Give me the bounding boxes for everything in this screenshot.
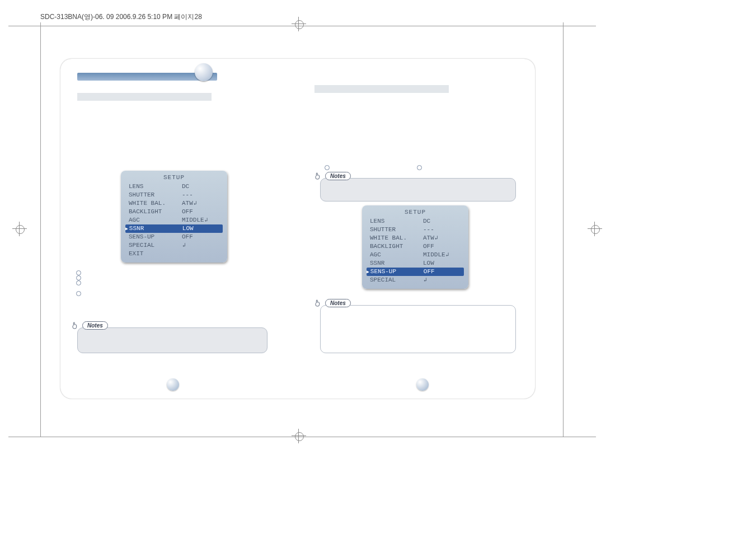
- menu-key: SHUTTER: [370, 226, 423, 234]
- menu-key: EXIT: [129, 250, 182, 258]
- hand-icon: [70, 320, 80, 330]
- bullet-item: [76, 270, 84, 275]
- section-subtitle-band: [77, 93, 212, 101]
- notes-box-left: Notes: [77, 327, 267, 353]
- menu-row[interactable]: LENSDC: [365, 217, 465, 226]
- menu-row[interactable]: SSNRLOW: [365, 259, 465, 268]
- doc-header: SDC-313BNA(영)-06. 09 2006.9.26 5:10 PM 페…: [40, 12, 202, 22]
- menu-value: LOW: [182, 224, 219, 233]
- menu-row[interactable]: SHUTTER---: [365, 226, 465, 234]
- notes-tag: Notes: [70, 320, 108, 330]
- crop-line-left: [40, 22, 41, 437]
- page: SDC-313BNA(영)-06. 09 2006.9.26 5:10 PM 페…: [0, 0, 756, 534]
- register-mark-top: [292, 17, 306, 31]
- menu-value: DC: [423, 217, 461, 226]
- crop-line-right: [563, 22, 564, 437]
- menu-row[interactable]: WHITE BAL.ATW: [365, 234, 465, 242]
- notes-box-right-bottom: Notes: [320, 305, 516, 353]
- menu-value: LOW: [423, 259, 461, 268]
- menu-value: MIDDLE: [182, 216, 219, 224]
- register-mark-right: [588, 222, 602, 236]
- menu-value: [423, 276, 461, 284]
- menu-row[interactable]: AGCMIDDLE: [365, 251, 465, 259]
- menu-row[interactable]: SHUTTER---: [124, 191, 224, 199]
- menu-key: BACKLIGHT: [129, 208, 182, 216]
- menu-value: DC: [182, 182, 219, 191]
- menu-key: AGC: [370, 251, 423, 259]
- menu-row[interactable]: SPECIAL: [124, 241, 224, 250]
- menu-value: OFF: [182, 208, 219, 216]
- menu-value: ---: [423, 226, 461, 234]
- hand-icon: [313, 171, 323, 181]
- menu-value: ---: [182, 191, 219, 199]
- menu-value: OFF: [423, 242, 461, 251]
- notes-tag: Notes: [313, 171, 351, 181]
- menu-value: ATW: [182, 199, 219, 208]
- menu-row[interactable]: SSNRLOW: [125, 224, 223, 233]
- menu-row[interactable]: SPECIAL: [365, 276, 465, 284]
- page-number-left: [167, 378, 179, 391]
- bullet-item: [325, 165, 333, 170]
- menu-key: BACKLIGHT: [370, 242, 423, 251]
- menu-value: MIDDLE: [423, 251, 461, 259]
- bullet-item: [76, 275, 84, 280]
- register-mark-left: [12, 222, 27, 236]
- menu-row[interactable]: BACKLIGHTOFF: [124, 208, 224, 216]
- register-mark-bottom: [292, 429, 306, 443]
- menu-key: AGC: [129, 216, 182, 224]
- setup-screen-ssnr: SETUP LENSDCSHUTTER---WHITE BAL.ATWBACKL…: [121, 171, 227, 263]
- menu-value: ATW: [423, 234, 461, 242]
- right-page: Notes SETUP LENSDCSHUTTER---WHITE BAL.AT…: [298, 59, 535, 399]
- bullet-item: [417, 165, 425, 170]
- menu-key: SSNR: [370, 259, 423, 268]
- section-subtitle-band-right: [314, 85, 449, 93]
- setup-title: SETUP: [124, 174, 224, 181]
- menu-key: SENS-UP: [370, 268, 424, 276]
- menu-row[interactable]: EXIT: [124, 250, 224, 258]
- option-bullets-top-right: [325, 165, 425, 170]
- menu-value: [182, 250, 219, 258]
- page-number-right: [416, 378, 429, 391]
- bullet-item: [76, 280, 84, 285]
- menu-row[interactable]: AGCMIDDLE: [124, 216, 224, 224]
- chapter-badge: [195, 63, 213, 81]
- bullet-item: [76, 291, 84, 296]
- menu-key: SENS-UP: [129, 233, 182, 241]
- menu-key: SPECIAL: [129, 241, 182, 250]
- menu-value: OFF: [424, 268, 461, 276]
- menu-key: WHITE BAL.: [129, 199, 182, 208]
- notes-tag: Notes: [313, 298, 351, 308]
- menu-value: OFF: [182, 233, 219, 241]
- menu-row[interactable]: BACKLIGHTOFF: [365, 242, 465, 251]
- menu-row[interactable]: LENSDC: [124, 182, 224, 191]
- menu-row[interactable]: SENS-UPOFF: [367, 268, 464, 276]
- menu-row[interactable]: WHITE BAL.ATW: [124, 199, 224, 208]
- hand-icon: [313, 298, 323, 308]
- left-page: SETUP LENSDCSHUTTER---WHITE BAL.ATWBACKL…: [60, 59, 298, 399]
- booklet: SETUP LENSDCSHUTTER---WHITE BAL.ATWBACKL…: [60, 59, 535, 399]
- setup-screen-sensup: SETUP LENSDCSHUTTER---WHITE BAL.ATWBACKL…: [362, 205, 468, 289]
- menu-row[interactable]: SENS-UPOFF: [124, 233, 224, 241]
- notes-box-right-top: Notes: [320, 178, 516, 202]
- option-bullets-left: [76, 270, 84, 296]
- menu-key: SSNR: [129, 224, 182, 233]
- menu-key: SPECIAL: [370, 276, 423, 284]
- setup-title: SETUP: [365, 209, 465, 216]
- menu-key: LENS: [129, 182, 182, 191]
- menu-key: SHUTTER: [129, 191, 182, 199]
- menu-key: WHITE BAL.: [370, 234, 423, 242]
- menu-key: LENS: [370, 217, 423, 226]
- menu-value: [182, 241, 219, 250]
